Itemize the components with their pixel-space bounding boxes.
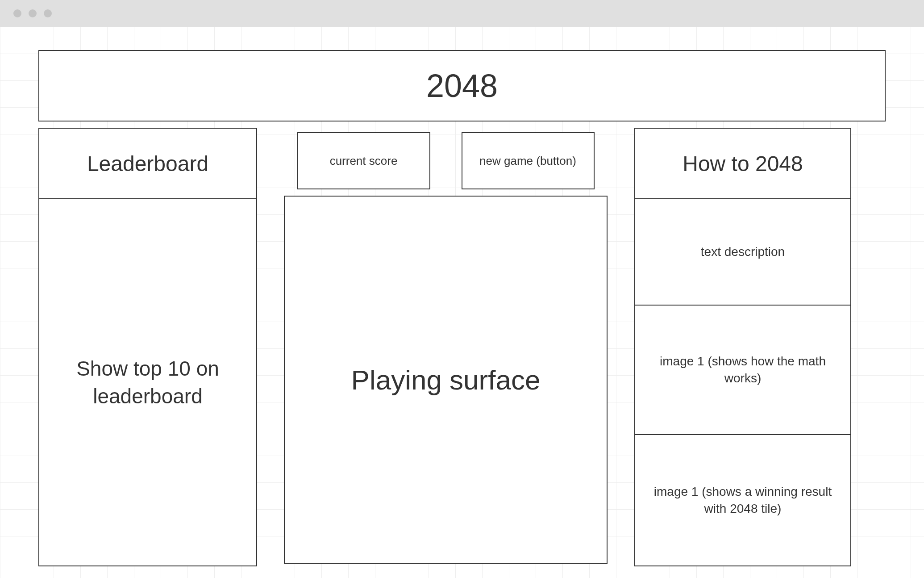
wireframe-viewport: 2048 Leaderboard Show top 10 on leaderbo… bbox=[0, 27, 924, 578]
window-control-close[interactable] bbox=[13, 9, 21, 17]
howto-text-description: text description bbox=[635, 199, 850, 306]
leaderboard-header: Leaderboard bbox=[38, 128, 257, 199]
leaderboard-heading: Leaderboard bbox=[87, 151, 208, 176]
howto-column: How to 2048 text description image 1 (sh… bbox=[634, 128, 851, 566]
page-title: 2048 bbox=[426, 67, 498, 104]
howto-image-winning: image 1 (shows a winning result with 204… bbox=[635, 435, 850, 565]
browser-titlebar bbox=[0, 0, 924, 27]
playing-surface-label: Playing surface bbox=[351, 364, 541, 396]
leaderboard-body: Show top 10 on leaderboard bbox=[38, 199, 257, 566]
howto-cell-2-text: image 1 (shows how the math works) bbox=[646, 353, 840, 387]
game-top-row: current score new game (button) bbox=[284, 128, 608, 196]
howto-heading: How to 2048 bbox=[683, 151, 803, 176]
leaderboard-body-text: Show top 10 on leaderboard bbox=[53, 355, 243, 410]
new-game-button[interactable]: new game (button) bbox=[462, 132, 595, 189]
window-control-minimize[interactable] bbox=[29, 9, 37, 17]
window-control-maximize[interactable] bbox=[44, 9, 52, 17]
current-score-box: current score bbox=[297, 132, 430, 189]
current-score-label: current score bbox=[330, 154, 398, 168]
howto-cell-1-text: text description bbox=[701, 243, 785, 260]
leaderboard-column: Leaderboard Show top 10 on leaderboard bbox=[38, 128, 257, 566]
playing-surface[interactable]: Playing surface bbox=[284, 196, 608, 564]
howto-body: text description image 1 (shows how the … bbox=[634, 199, 851, 566]
main-row: Leaderboard Show top 10 on leaderboard c… bbox=[38, 128, 886, 566]
howto-header: How to 2048 bbox=[634, 128, 851, 199]
wireframe-content: 2048 Leaderboard Show top 10 on leaderbo… bbox=[38, 50, 886, 566]
game-column: current score new game (button) Playing … bbox=[284, 128, 608, 566]
howto-cell-3-text: image 1 (shows a winning result with 204… bbox=[646, 483, 840, 517]
header-panel: 2048 bbox=[38, 50, 886, 121]
new-game-label: new game (button) bbox=[479, 154, 576, 168]
howto-image-math: image 1 (shows how the math works) bbox=[635, 306, 850, 435]
